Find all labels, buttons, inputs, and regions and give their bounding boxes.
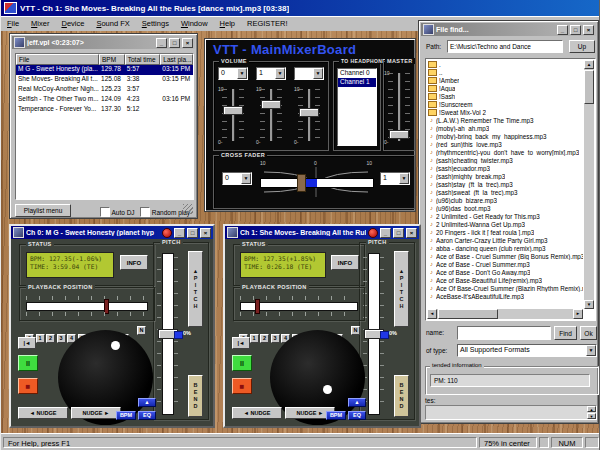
- playlist-row[interactable]: She Moves- Breaking All t...125.083:3803…: [16, 75, 193, 85]
- minimize-button[interactable]: _: [380, 228, 391, 238]
- dropdown-arrow-icon[interactable]: ▼: [275, 68, 285, 79]
- maximize-button[interactable]: □: [570, 25, 581, 35]
- pause-button[interactable]: II: [232, 355, 252, 371]
- nudge-left-button[interactable]: ◄ NUDGE: [232, 407, 282, 419]
- volume-slider-0[interactable]: 10- 0-: [218, 84, 248, 146]
- collapse-button[interactable]: ▲: [138, 398, 156, 407]
- deck0-titlebar[interactable]: Ch 0: M G - Sweet Honesty (planet hyp _ …: [11, 226, 213, 239]
- channel-select-0[interactable]: 0 ▼: [218, 67, 248, 80]
- playlist-menu-button[interactable]: Playlist menu: [15, 204, 71, 217]
- cue-digit-button-3[interactable]: 3: [57, 334, 66, 343]
- menu-item-device[interactable]: Device: [55, 18, 90, 29]
- cue-start-button[interactable]: |◄: [232, 337, 250, 349]
- master-slider-thumb[interactable]: [389, 130, 409, 139]
- cue-n-button[interactable]: N: [137, 326, 146, 335]
- playlist-row[interactable]: M G - Sweet Honesty (pla...129.785:5703:…: [16, 65, 193, 75]
- scroll-right-icon[interactable]: ►: [573, 309, 583, 319]
- minimize-button[interactable]: _: [156, 38, 167, 48]
- file-list-item[interactable]: ♪AceBase-It'sABeautifulLife.mp3: [427, 292, 583, 300]
- maximize-button[interactable]: □: [187, 228, 198, 238]
- stop-button[interactable]: ■: [232, 378, 252, 394]
- scroll-down-icon[interactable]: ▼: [584, 300, 594, 309]
- file-list-item[interactable]: ♪(sash)sweat_(ft_la_trec).mp3: [427, 188, 583, 196]
- file-list-item[interactable]: !Sweat Mix-Vol 2: [427, 108, 583, 116]
- file-list-item[interactable]: ..: [427, 68, 583, 76]
- playlist-row[interactable]: Temperance - Forever Yo...137.305:12: [16, 105, 193, 115]
- notes-scroll-down-icon[interactable]: ▼: [587, 413, 596, 419]
- playlist-column-header[interactable]: Last pla...: [160, 54, 193, 65]
- collapse-button[interactable]: ▲: [348, 398, 366, 407]
- pitch-updown-button[interactable]: ▲PITCH: [394, 251, 409, 327]
- channel-select-2[interactable]: ▼: [294, 67, 324, 80]
- bend-button[interactable]: BEND: [394, 375, 409, 417]
- cue-digit-button-2[interactable]: 2: [260, 334, 269, 343]
- master-slider[interactable]: 10- 0-: [384, 68, 414, 146]
- file-find-titlebar[interactable]: File find... _ □ ×: [421, 23, 596, 36]
- cue-digit-button-2[interactable]: 2: [46, 334, 55, 343]
- eq-button[interactable]: EQ: [348, 411, 366, 420]
- playlist-listview[interactable]: FileBPMTotal timeLast pla... M G - Sweet…: [15, 53, 194, 200]
- file-list-item[interactable]: ♪(sash)ecuador.mp3: [427, 164, 583, 172]
- cue-digit-button-3[interactable]: 3: [271, 334, 280, 343]
- volume-slider-1[interactable]: 10- 0-: [256, 84, 286, 146]
- eq-button[interactable]: EQ: [138, 411, 156, 420]
- file-list-item[interactable]: ♪(rhythmcentric)-you_don't_have_to_worry…: [427, 148, 583, 156]
- dropdown-arrow-icon[interactable]: ▼: [237, 68, 247, 79]
- up-button[interactable]: Up: [569, 40, 595, 53]
- cue-digit-button-1[interactable]: 1: [250, 334, 259, 343]
- minimize-button[interactable]: _: [557, 25, 568, 35]
- info-button[interactable]: INFO: [120, 255, 148, 270]
- pause-button[interactable]: II: [18, 355, 38, 371]
- minimize-button[interactable]: _: [174, 228, 185, 238]
- auto-dj-checkbox[interactable]: Auto DJ: [100, 207, 135, 217]
- volume-slider-thumb[interactable]: [299, 108, 319, 117]
- playlist-titlebar[interactable]: jeff.vpl <0:23:07> _ □ ×: [12, 36, 195, 49]
- resize-grip[interactable]: [183, 204, 193, 214]
- file-name-input[interactable]: [457, 326, 551, 340]
- crossfader-thumb[interactable]: [297, 174, 306, 192]
- crossfader[interactable]: 10 0 10: [260, 160, 372, 200]
- file-list-item[interactable]: ♪(u96)das_boot.mp3: [427, 204, 583, 212]
- auto-dj-checkbox-box[interactable]: [100, 207, 110, 217]
- file-list-item[interactable]: ♪Ace Of Base-Cruel Summer (Blazin Rhythm…: [427, 284, 583, 292]
- deck1-titlebar[interactable]: Ch 1: She Moves- Breaking All the Rul _ …: [225, 226, 419, 239]
- hscroll-thumb[interactable]: [438, 309, 498, 319]
- find-button[interactable]: Find: [554, 326, 577, 340]
- playlist-row[interactable]: Selfish - The Other Two m...124.094:2303…: [16, 95, 193, 105]
- scroll-left-icon[interactable]: ◄: [427, 309, 437, 319]
- random-play-checkbox-box[interactable]: [140, 207, 150, 217]
- close-button[interactable]: ×: [200, 228, 211, 238]
- pitch-slider[interactable]: [368, 253, 380, 415]
- channel-select-1[interactable]: 1 ▼: [256, 67, 286, 80]
- file-list-item[interactable]: .: [427, 60, 583, 68]
- file-list-item[interactable]: !Aqua: [427, 84, 583, 92]
- file-list-item[interactable]: ♪(u96)club_bizare.mp3: [427, 196, 583, 204]
- playlist-column-header[interactable]: File: [16, 54, 99, 65]
- menu-item-window[interactable]: Window: [175, 18, 214, 29]
- file-list-item[interactable]: ♪(sash)mighty_break.mp3: [427, 172, 583, 180]
- pitch-updown-button[interactable]: ▲PITCH: [188, 251, 203, 327]
- menu-item-file[interactable]: File: [1, 18, 25, 29]
- crossfader-left-select[interactable]: 0 ▼: [222, 172, 252, 185]
- menu-item-sound-fx[interactable]: Sound FX: [90, 18, 135, 29]
- file-list-item[interactable]: ♪(moby)-ah_ah.mp3: [427, 124, 583, 132]
- file-list-item[interactable]: !Sunscreem: [427, 100, 583, 108]
- file-list-vscrollbar[interactable]: ▲ ▼: [584, 60, 594, 309]
- notes-scroll-up-icon[interactable]: ▲: [587, 406, 596, 412]
- bend-button[interactable]: BEND: [188, 375, 203, 417]
- file-list-item[interactable]: ♪(red_sun)this_love.mp3: [427, 140, 583, 148]
- cue-digit-button-1[interactable]: 1: [36, 334, 45, 343]
- file-list-item[interactable]: ♪Ace of Base - Cruel Summer.mp3: [427, 260, 583, 268]
- info-button[interactable]: INFO: [331, 255, 359, 270]
- volume-slider-thumb[interactable]: [223, 106, 243, 115]
- file-list-item[interactable]: ♪Ace of Base-Beautiful Life(remix).mp3: [427, 276, 583, 284]
- close-button[interactable]: ×: [406, 228, 417, 238]
- menu-item-settings[interactable]: Settings: [136, 18, 175, 29]
- volume-slider-2[interactable]: 10- 0-: [294, 84, 324, 146]
- playback-position-slider[interactable]: [240, 302, 358, 311]
- file-list-item[interactable]: ♪abba - dancing queen (club remix).mp3: [427, 244, 583, 252]
- main-titlebar[interactable]: VTT - Ch 1: She Moves- Breaking All the …: [1, 0, 600, 16]
- scroll-up-icon[interactable]: ▲: [584, 60, 594, 69]
- playlist-column-header[interactable]: BPM: [99, 54, 125, 65]
- crossfader-right-select[interactable]: 1 ▼: [380, 172, 410, 185]
